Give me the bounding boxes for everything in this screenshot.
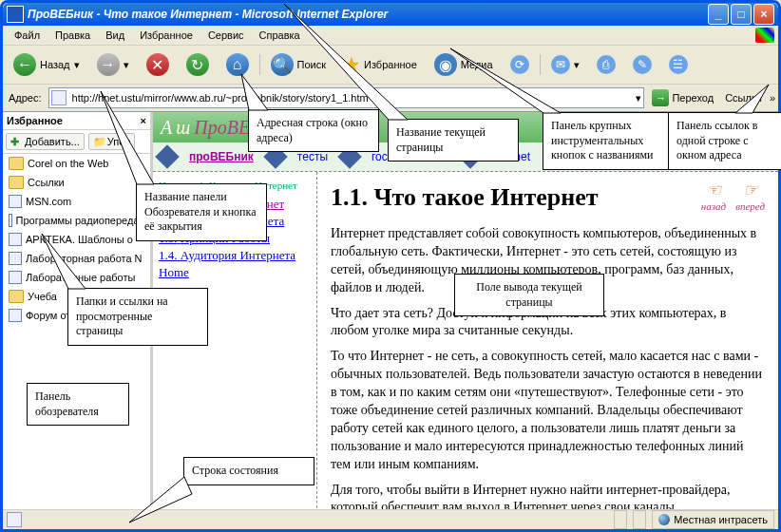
back-button[interactable]: ← Назад ▾ <box>7 49 86 80</box>
refresh-button[interactable]: ↻ <box>180 49 216 80</box>
callout-toolbar: Панель крупных инструментальных кнопок с… <box>543 112 674 170</box>
toc-link[interactable]: 1.4. Аудитория Интернета <box>159 248 311 263</box>
menu-tools[interactable]: Сервис <box>200 28 252 43</box>
status-cell <box>633 510 646 529</box>
callout-explorer-title: Название панели Обозревателя и кнопка её… <box>136 183 267 241</box>
diamond-icon <box>155 144 179 168</box>
link-icon <box>9 271 22 284</box>
status-bar: Местная интрасеть <box>3 509 778 529</box>
toc-link[interactable]: Home <box>159 265 311 280</box>
callout-statusbar: Строка состояния <box>183 457 314 485</box>
link-icon <box>9 252 22 265</box>
folder-icon <box>9 176 24 189</box>
menu-help[interactable]: Справка <box>252 28 308 43</box>
forward-button[interactable]: → ▾ <box>90 49 136 80</box>
back-icon: ← <box>13 53 36 76</box>
menu-view[interactable]: Вид <box>98 28 132 43</box>
callout-links: Панель ссылок в одной строке с окном адр… <box>668 112 781 170</box>
stop-button[interactable]: ✕ <box>140 49 176 80</box>
callout-fav-items: Папки и ссылки на просмотренные страницы <box>67 288 208 346</box>
status-zone: Местная интрасеть <box>652 510 774 529</box>
menu-file[interactable]: Файл <box>7 28 48 43</box>
paragraph: Для того, чтобы выйти в Интернет нужно н… <box>331 482 765 509</box>
status-cell <box>614 510 627 529</box>
maximize-button[interactable]: □ <box>731 4 752 25</box>
hand-left-icon: ☜ <box>701 180 726 200</box>
discuss-icon: ☱ <box>669 55 688 74</box>
hand-right-icon: ☞ <box>735 180 765 200</box>
chevron-down-icon: ▾ <box>124 59 129 71</box>
print-icon: ⎙ <box>597 55 616 74</box>
forward-icon: → <box>97 53 120 76</box>
throbber-icon <box>755 28 774 43</box>
article-body: ☜назад ☞вперед 1.1. Что такое Интернет И… <box>316 172 778 509</box>
edit-button[interactable]: ✎ <box>626 51 658 78</box>
favorite-item[interactable]: Программы радиопередач <box>3 211 150 230</box>
article-nav: ☜назад ☞вперед <box>701 180 765 212</box>
nav-next[interactable]: ☞вперед <box>735 180 765 212</box>
app-icon <box>7 6 24 23</box>
link-icon <box>9 214 12 227</box>
go-button[interactable]: → Переход <box>648 87 717 108</box>
chevron-down-icon: ▾ <box>74 59 80 71</box>
favorite-item[interactable]: MSN.com <box>3 192 150 211</box>
link-icon <box>9 309 22 322</box>
link-icon <box>9 233 22 246</box>
callout-page-title: Название текущей страницы <box>388 119 519 162</box>
discuss-button[interactable]: ☱ <box>662 51 695 78</box>
address-label: Адрес: <box>6 92 45 104</box>
paragraph: То что Интернет - не сеть, а совокупност… <box>331 348 765 473</box>
close-button[interactable]: × <box>753 4 774 25</box>
explorer-bar-title: Избранное <box>7 115 63 126</box>
folder-icon <box>9 290 24 303</box>
plus-icon: ✚ <box>10 136 22 147</box>
callout-viewport: Поле вывода текущей страницы <box>454 274 604 316</box>
chevron-down-icon: ▾ <box>574 59 580 71</box>
back-label: Назад <box>40 59 70 70</box>
chevron-down-icon[interactable]: ▾ <box>636 92 641 104</box>
go-label: Переход <box>672 92 714 104</box>
folder-icon <box>9 157 24 170</box>
menu-favorites[interactable]: Избранное <box>132 28 200 43</box>
print-button[interactable]: ⎙ <box>590 51 622 78</box>
menu-edit[interactable]: Правка <box>48 28 98 43</box>
link-icon <box>9 195 22 208</box>
nav-prev[interactable]: ☜назад <box>701 180 726 212</box>
minimize-button[interactable]: _ <box>708 4 729 25</box>
edit-icon: ✎ <box>633 55 652 74</box>
refresh-icon: ↻ <box>186 53 209 76</box>
go-icon: → <box>652 89 669 106</box>
add-favorite-button[interactable]: ✚Добавить... <box>6 133 85 150</box>
stop-icon: ✕ <box>146 53 169 76</box>
globe-icon <box>658 514 670 525</box>
callout-explorer-panel: Панель обозревателя <box>27 383 129 426</box>
nav-link[interactable]: проВЕБник <box>189 150 254 163</box>
page-icon <box>7 512 22 527</box>
article-title: 1.1. Что такое Интернет <box>331 183 765 212</box>
page-icon <box>51 90 67 105</box>
